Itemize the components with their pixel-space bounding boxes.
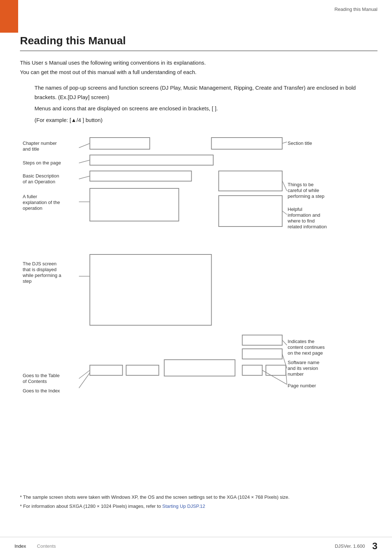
footnotes: * The sample screen shots were taken wit… xyxy=(20,494,377,512)
svg-line-57 xyxy=(262,370,287,384)
convention-item1: The names of pop-up screens and function… xyxy=(34,83,377,102)
intro-text: This User s Manual uses the following wr… xyxy=(20,58,377,77)
svg-text:Page number: Page number xyxy=(288,383,317,388)
svg-text:Software name: Software name xyxy=(288,360,319,365)
svg-rect-31 xyxy=(212,138,282,149)
svg-text:Chapter number: Chapter number xyxy=(23,140,57,146)
top-orange-bar xyxy=(0,0,18,33)
svg-rect-35 xyxy=(90,188,179,221)
svg-text:A fuller: A fuller xyxy=(23,194,37,199)
svg-text:step: step xyxy=(23,278,32,284)
svg-line-52 xyxy=(282,142,287,143)
svg-line-56 xyxy=(282,354,287,368)
svg-line-53 xyxy=(282,181,287,191)
svg-text:number: number xyxy=(288,371,304,377)
intro-line1: This User s Manual uses the following wr… xyxy=(20,58,377,68)
svg-text:Goes to the Table: Goes to the Table xyxy=(23,373,60,378)
svg-text:on the next page: on the next page xyxy=(288,350,323,356)
svg-text:where to find: where to find xyxy=(287,218,315,224)
intro-line2: You can get the most out of this manual … xyxy=(20,68,377,77)
diagram-area: .box { fill: none; stroke: #888; stroke-… xyxy=(20,135,377,418)
page-footer: Index Contents DJSVer. 1.600 3 xyxy=(0,537,392,555)
svg-rect-32 xyxy=(90,155,213,165)
svg-text:Basic Description: Basic Description xyxy=(23,173,59,179)
svg-text:content continues: content continues xyxy=(288,344,325,350)
svg-text:careful of while: careful of while xyxy=(288,188,319,193)
main-content: This User s Manual uses the following wr… xyxy=(20,58,377,418)
svg-text:of Contents: of Contents xyxy=(23,379,47,384)
footer-page-number: 3 xyxy=(372,540,377,552)
section-header: Reading this Manual xyxy=(334,7,377,12)
svg-line-54 xyxy=(282,211,287,215)
svg-text:The DJS screen: The DJS screen xyxy=(23,261,57,266)
svg-text:Section title: Section title xyxy=(288,140,312,146)
svg-rect-33 xyxy=(90,171,192,181)
svg-text:and title: and title xyxy=(23,146,40,152)
djsp-link[interactable]: Starting Up DJSP.12 xyxy=(162,503,205,509)
svg-text:operation: operation xyxy=(23,205,42,211)
footnote-2: * For information about SXGA (1280 × 102… xyxy=(20,503,377,510)
svg-line-58 xyxy=(286,370,287,384)
svg-line-46 xyxy=(79,160,90,163)
svg-text:Goes to the Index: Goes to the Index xyxy=(23,388,60,393)
svg-rect-39 xyxy=(126,365,159,375)
footer-index[interactable]: Index xyxy=(15,543,26,549)
svg-text:and its version: and its version xyxy=(288,366,318,371)
convention-item3: (For example: [▲/4 ] button) xyxy=(34,115,377,125)
svg-text:performing a step: performing a step xyxy=(288,193,324,199)
svg-line-45 xyxy=(79,143,90,148)
diagram-svg: .box { fill: none; stroke: #888; stroke-… xyxy=(20,135,377,418)
svg-line-51 xyxy=(79,373,90,388)
svg-rect-44 xyxy=(242,349,282,359)
svg-text:explanation of the: explanation of the xyxy=(23,200,60,205)
svg-rect-41 xyxy=(242,365,262,375)
svg-rect-36 xyxy=(219,196,282,227)
svg-text:Steps on the page: Steps on the page xyxy=(23,160,61,166)
svg-rect-34 xyxy=(219,171,282,191)
svg-rect-30 xyxy=(90,138,150,149)
svg-text:related information: related information xyxy=(288,224,327,229)
svg-rect-40 xyxy=(164,360,235,376)
footer-version: DJSVer. 1.600 xyxy=(335,543,365,549)
svg-rect-38 xyxy=(90,365,123,375)
svg-text:of an Operation: of an Operation xyxy=(23,179,56,184)
convention-item2: Menus and icons that are displayed on sc… xyxy=(34,104,377,113)
svg-text:Things to be: Things to be xyxy=(288,182,314,187)
page-title: Reading this Manual xyxy=(20,34,377,51)
svg-line-47 xyxy=(79,176,90,179)
footer-right: DJSVer. 1.600 3 xyxy=(335,540,377,552)
svg-line-50 xyxy=(79,370,90,379)
svg-rect-43 xyxy=(242,335,282,345)
svg-text:Indicates the: Indicates the xyxy=(288,339,315,344)
svg-text:information and: information and xyxy=(288,212,320,218)
svg-rect-37 xyxy=(90,254,212,325)
footnote-1: * The sample screen shots were taken wit… xyxy=(20,494,377,501)
footer-contents[interactable]: Contents xyxy=(37,543,56,549)
footer-left: Index Contents xyxy=(15,543,56,549)
svg-line-55 xyxy=(282,340,287,345)
svg-text:that is displayed: that is displayed xyxy=(23,267,57,272)
svg-text:Helpful: Helpful xyxy=(288,207,303,212)
svg-text:while performing a: while performing a xyxy=(23,273,62,278)
conventions: The names of pop-up screens and function… xyxy=(34,83,377,125)
